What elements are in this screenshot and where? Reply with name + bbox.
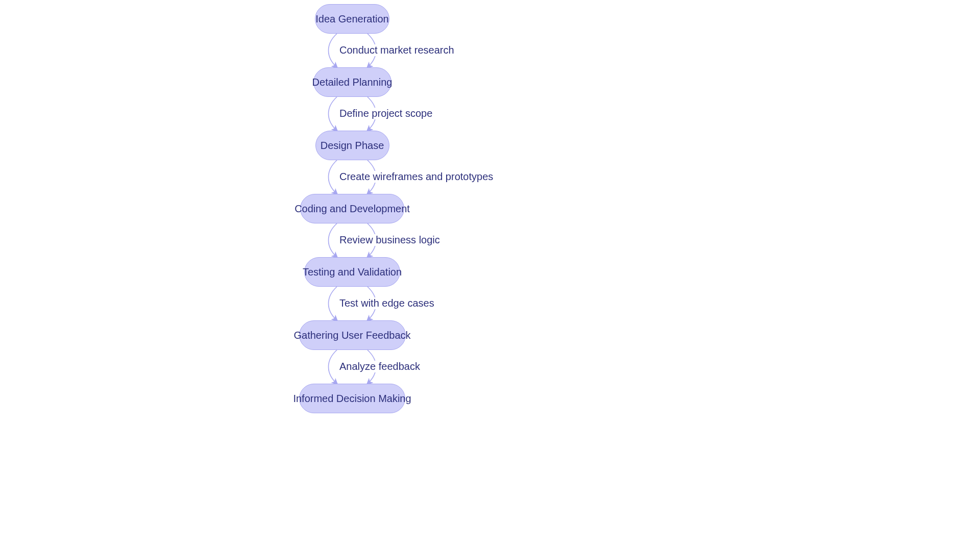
- flow-node-n7[interactable]: Informed Decision Making: [299, 384, 405, 413]
- flowchart-canvas: Idea GenerationDetailed PlanningDesign P…: [0, 0, 980, 551]
- flow-node-n4[interactable]: Coding and Development: [300, 194, 404, 223]
- edge-label-2: Create wireframes and prototypes: [339, 171, 493, 183]
- edge-label-5: Analyze feedback: [339, 361, 420, 372]
- edge-arc-left-5: [329, 350, 337, 384]
- flow-node-n6[interactable]: Gathering User Feedback: [299, 320, 406, 350]
- flow-node-n5[interactable]: Testing and Validation: [304, 257, 400, 287]
- flow-node-n1[interactable]: Idea Generation: [315, 4, 389, 34]
- edge-arc-left-1: [329, 97, 337, 131]
- edge-arc-left-3: [329, 223, 337, 257]
- edge-label-4: Test with edge cases: [339, 297, 434, 309]
- flow-node-n3[interactable]: Design Phase: [315, 131, 389, 160]
- edge-label-0: Conduct market research: [339, 44, 454, 56]
- edge-label-1: Define project scope: [339, 108, 432, 119]
- edge-label-3: Review business logic: [339, 234, 440, 246]
- edge-layer: [0, 0, 980, 551]
- flow-node-n2[interactable]: Detailed Planning: [313, 67, 391, 97]
- edge-arc-left-4: [329, 287, 337, 320]
- edge-arc-left-2: [329, 160, 337, 194]
- edge-arc-left-0: [329, 34, 337, 67]
